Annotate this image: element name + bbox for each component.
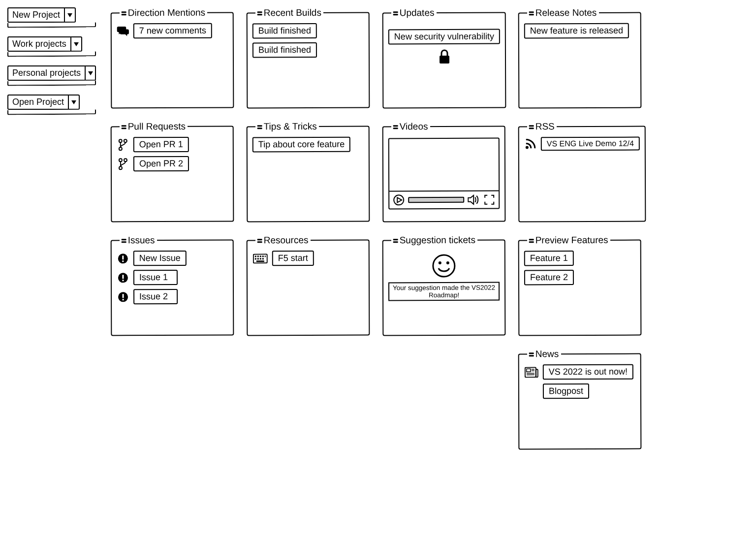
chevron-down-icon[interactable] xyxy=(70,36,82,52)
list-item[interactable]: Open PR 2 xyxy=(117,156,228,172)
svg-point-7 xyxy=(119,147,122,150)
svg-rect-20 xyxy=(122,280,124,281)
lock-icon xyxy=(436,48,452,65)
combo-label: New Project xyxy=(7,7,64,23)
svg-rect-27 xyxy=(260,255,261,257)
svg-rect-16 xyxy=(122,255,124,259)
svg-rect-31 xyxy=(257,258,259,259)
svg-marker-2 xyxy=(88,71,93,75)
list-item[interactable]: 7 new comments xyxy=(117,23,228,39)
svg-point-9 xyxy=(124,159,127,161)
card-title: Preview Features xyxy=(527,235,610,246)
list-item[interactable]: Build finished xyxy=(252,42,364,58)
personal-projects-combo[interactable]: Personal projects xyxy=(7,65,96,86)
sidebar: New Project Work projects xyxy=(7,7,96,449)
play-icon[interactable] xyxy=(392,193,405,206)
svg-rect-4 xyxy=(440,56,449,64)
svg-rect-23 xyxy=(123,299,124,300)
item-label: Issue 2 xyxy=(133,289,178,304)
combo-stack xyxy=(7,51,96,57)
git-branch-icon xyxy=(117,138,129,151)
svg-rect-28 xyxy=(262,255,264,257)
rss-icon xyxy=(524,137,537,150)
combo-label: Work projects xyxy=(7,36,70,52)
svg-rect-34 xyxy=(256,260,264,262)
list-item[interactable]: Tip about core feature xyxy=(252,137,364,153)
svg-rect-32 xyxy=(260,258,261,259)
svg-point-36 xyxy=(439,261,441,264)
chevron-down-icon[interactable] xyxy=(85,65,96,81)
list-item[interactable]: Open PR 1 xyxy=(117,137,228,153)
progress-bar[interactable] xyxy=(408,197,464,203)
combo-label: Personal projects xyxy=(7,65,85,81)
svg-marker-1 xyxy=(74,42,79,46)
pull-requests-card: Pull Requests Open PR 1 Open PR 2 xyxy=(111,121,234,223)
card-title: Videos xyxy=(391,121,430,132)
card-title: RSS xyxy=(527,121,557,132)
suggestion-banner[interactable]: Your suggestion made the VS2022 Roadmap! xyxy=(388,282,500,301)
item-label: Feature 2 xyxy=(524,270,574,285)
item-label: Issue 1 xyxy=(133,270,178,285)
list-item[interactable]: New feature is released xyxy=(524,23,635,39)
issues-card: Issues New Issue Issue 1 xyxy=(111,235,234,336)
svg-rect-26 xyxy=(257,255,259,257)
open-project-combo[interactable]: Open Project xyxy=(7,95,96,115)
list-item[interactable]: Feature 1 xyxy=(524,251,635,266)
dashboard: Direction Mentions 7 new comments Recent… xyxy=(111,7,749,449)
combo-stack xyxy=(7,22,96,28)
list-item[interactable]: Issue 2 xyxy=(117,289,228,305)
svg-rect-39 xyxy=(536,369,538,377)
list-item[interactable]: Feature 2 xyxy=(524,270,635,286)
svg-rect-29 xyxy=(265,255,266,257)
svg-point-14 xyxy=(526,146,529,149)
svg-rect-33 xyxy=(262,258,264,259)
list-item[interactable]: Issue 1 xyxy=(117,270,228,286)
video-player[interactable] xyxy=(388,138,500,210)
new-project-combo[interactable]: New Project xyxy=(7,7,96,28)
release-notes-card: Release Notes New feature is released xyxy=(518,7,642,109)
list-item[interactable]: New Issue xyxy=(117,251,228,266)
videos-card: Videos xyxy=(382,121,506,223)
work-projects-combo[interactable]: Work projects xyxy=(7,36,96,57)
combo-label: Open Project xyxy=(7,95,68,110)
item-label: F5 start xyxy=(272,251,314,266)
card-title: Issues xyxy=(120,235,157,246)
item-label: New feature is released xyxy=(524,23,629,39)
list-item[interactable]: F5 start xyxy=(252,251,364,266)
card-title: Resources xyxy=(255,235,311,246)
chevron-down-icon[interactable] xyxy=(64,7,76,23)
fullscreen-icon[interactable] xyxy=(483,193,496,206)
video-screen xyxy=(389,139,499,191)
svg-rect-25 xyxy=(255,255,256,257)
item-label: Feature 1 xyxy=(524,251,574,266)
svg-rect-17 xyxy=(122,260,124,262)
list-item[interactable]: Build finished xyxy=(252,23,364,39)
news-card: News VS 2022 is out now! Blogpost xyxy=(518,349,642,450)
list-item[interactable]: VS 2022 is out now! xyxy=(524,364,635,380)
preview-features-card: Preview Features Feature 1 Feature 2 xyxy=(518,235,642,336)
direction-mentions-card: Direction Mentions 7 new comments xyxy=(111,7,234,109)
chevron-down-icon[interactable] xyxy=(68,95,80,110)
svg-rect-30 xyxy=(255,258,256,259)
item-label: Build finished xyxy=(252,23,317,38)
svg-marker-0 xyxy=(67,13,72,17)
item-label: VS 2022 is out now! xyxy=(543,364,633,380)
resources-card: Resources F5 start xyxy=(247,235,370,336)
svg-point-6 xyxy=(124,139,127,142)
svg-marker-12 xyxy=(397,197,402,202)
keyboard-icon xyxy=(252,252,268,265)
git-branch-icon xyxy=(117,158,129,170)
smile-icon xyxy=(432,254,456,278)
item-label: New security vulnerability xyxy=(388,29,500,45)
list-item[interactable]: New security vulnerability xyxy=(388,29,500,45)
list-item[interactable]: Blogpost xyxy=(543,383,635,399)
svg-marker-13 xyxy=(468,195,473,204)
list-item[interactable]: VS ENG Live Demo 12/4 xyxy=(524,137,640,151)
card-title: Suggestion tickets xyxy=(391,235,477,246)
newspaper-icon xyxy=(524,366,539,379)
svg-point-5 xyxy=(119,139,122,142)
suggestion-tickets-card: Suggestion tickets Your suggestion made … xyxy=(382,235,506,336)
volume-icon[interactable] xyxy=(467,193,480,206)
item-label: 7 new comments xyxy=(133,23,212,39)
svg-rect-19 xyxy=(122,275,124,279)
